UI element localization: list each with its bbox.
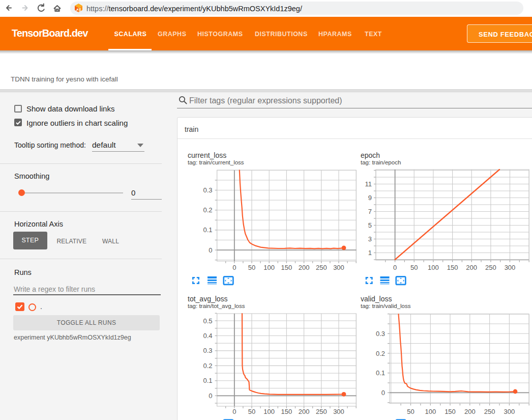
svg-text:150: 150 [445,408,456,415]
svg-text:300: 300 [333,264,344,271]
svg-text:250: 250 [484,408,495,415]
svg-text:150: 150 [281,408,292,415]
svg-text:3: 3 [368,235,372,243]
svg-text:0: 0 [209,246,212,254]
svg-text:200: 200 [299,264,310,271]
svg-text:11: 11 [365,180,372,188]
svg-text:50: 50 [248,408,255,415]
svg-text:300: 300 [505,264,516,271]
svg-text:300: 300 [504,408,515,415]
svg-text:0: 0 [232,264,236,271]
svg-text:200: 200 [466,264,477,271]
svg-text:0.2: 0.2 [203,362,212,370]
svg-text:0: 0 [381,389,385,397]
svg-text:7: 7 [368,208,372,215]
svg-text:100: 100 [425,408,436,415]
svg-text:150: 150 [447,264,458,271]
svg-text:50: 50 [248,264,255,271]
svg-text:0.5: 0.5 [203,317,212,325]
svg-text:100: 100 [263,264,275,271]
svg-text:0.2: 0.2 [376,350,385,357]
svg-text:0.1: 0.1 [203,226,212,234]
svg-text:5: 5 [368,221,372,229]
svg-text:200: 200 [464,408,476,415]
svg-text:50: 50 [410,264,418,271]
svg-text:0: 0 [232,408,236,415]
svg-text:100: 100 [428,264,439,271]
svg-text:150: 150 [281,264,292,271]
svg-text:0: 0 [209,392,212,400]
svg-text:0.3: 0.3 [203,347,212,354]
svg-text:0.1: 0.1 [203,377,212,384]
svg-text:1: 1 [368,249,372,257]
svg-text:250: 250 [485,264,496,271]
svg-text:250: 250 [316,408,327,415]
svg-text:9: 9 [368,194,372,202]
svg-text:0: 0 [393,264,397,271]
svg-text:50: 50 [407,408,414,415]
svg-text:250: 250 [316,264,327,271]
svg-text:200: 200 [299,408,310,415]
svg-text:0.4: 0.4 [203,332,212,340]
svg-text:100: 100 [263,408,275,415]
svg-text:300: 300 [333,408,344,415]
svg-text:0.3: 0.3 [376,330,385,338]
svg-text:0.1: 0.1 [376,369,385,377]
svg-text:0.3: 0.3 [203,186,212,194]
svg-text:0.2: 0.2 [203,206,212,214]
